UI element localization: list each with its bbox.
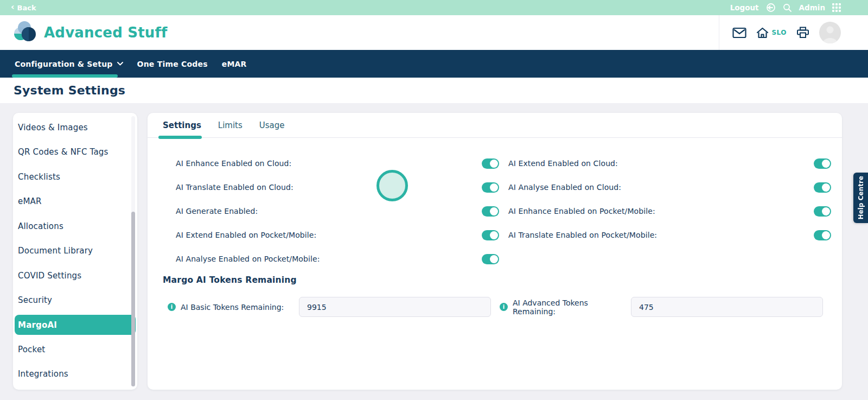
setting-label: AI Translate Enabled on Cloud: bbox=[176, 183, 482, 192]
settings-sidebar: Videos & ImagesQR Codes & NFC TagsCheckl… bbox=[13, 113, 137, 390]
toggle-ai-translate-enabled-on-cloud[interactable] bbox=[482, 182, 499, 193]
nav-item-label: eMAR bbox=[222, 60, 247, 68]
home-icon bbox=[756, 27, 769, 39]
token-label-wrap: iAI Advanced Tokens Remaining: bbox=[500, 299, 631, 316]
toggle-knob bbox=[822, 207, 830, 215]
token-field-group: iAI Basic Tokens Remaining: bbox=[168, 297, 491, 317]
title-band: System Settings bbox=[0, 78, 868, 103]
sidebar-item-covid-settings[interactable]: COVID Settings bbox=[15, 263, 136, 288]
sidebar-scrollbar-thumb[interactable] bbox=[131, 212, 135, 386]
sidebar-item-videos-images[interactable]: Videos & Images bbox=[15, 115, 136, 140]
toggle-ai-translate-enabled-on-pocket-mobile[interactable] bbox=[814, 230, 831, 240]
apps-grid-icon[interactable] bbox=[832, 3, 841, 12]
toggle-knob bbox=[490, 183, 498, 192]
setting-label: AI Analyse Enabled on Cloud: bbox=[508, 183, 814, 192]
toggle-knob bbox=[490, 255, 498, 263]
home-button[interactable]: SLO bbox=[756, 27, 787, 39]
print-icon[interactable] bbox=[796, 27, 809, 39]
nav-item-emar[interactable]: eMAR bbox=[222, 50, 247, 78]
info-icon[interactable]: i bbox=[168, 303, 176, 311]
sidebar-list: Videos & ImagesQR Codes & NFC TagsCheckl… bbox=[13, 113, 137, 386]
nav-item-label: One Time Codes bbox=[137, 60, 208, 68]
page-title: System Settings bbox=[14, 84, 125, 97]
tab-usage[interactable]: Usage bbox=[259, 113, 285, 137]
sidebar-item-document-library[interactable]: Document Library bbox=[15, 239, 136, 264]
topbar: ‹ Back Logout Admin bbox=[0, 0, 868, 15]
setting-label: AI Enhance Enabled on Cloud: bbox=[176, 159, 482, 168]
setting-row: AI Extend Enabled on Pocket/Mobile:AI Tr… bbox=[176, 223, 831, 247]
help-centre-label: Help Centre bbox=[857, 176, 865, 219]
tab-settings[interactable]: Settings bbox=[163, 113, 201, 137]
content-area: Videos & ImagesQR Codes & NFC TagsCheckl… bbox=[0, 103, 868, 400]
sidebar-item-emar[interactable]: eMAR bbox=[15, 189, 136, 214]
setting-row: AI Enhance Enabled on Cloud:AI Extend En… bbox=[176, 151, 831, 175]
toggle-ai-enhance-enabled-on-cloud[interactable] bbox=[482, 158, 499, 169]
toggle-knob bbox=[490, 231, 498, 239]
toggle-knob bbox=[822, 231, 830, 239]
back-chevron-icon: ‹ bbox=[11, 3, 15, 11]
back-button[interactable]: ‹ Back bbox=[11, 4, 36, 12]
header: Advanced Stuff SLO bbox=[0, 15, 868, 50]
sidebar-scrollbar[interactable] bbox=[131, 116, 135, 386]
app-title: Advanced Stuff bbox=[44, 24, 168, 41]
info-icon[interactable]: i bbox=[500, 303, 508, 311]
setting-row: AI Translate Enabled on Cloud:AI Analyse… bbox=[176, 175, 831, 199]
sidebar-item-security[interactable]: Security bbox=[15, 288, 136, 313]
sidebar-item-margoai[interactable]: MargoAI bbox=[15, 315, 136, 335]
help-centre-tab[interactable]: Help Centre bbox=[853, 173, 868, 223]
toggle-ai-extend-enabled-on-pocket-mobile[interactable] bbox=[482, 230, 499, 240]
toggle-knob bbox=[490, 207, 498, 215]
tab-bar: SettingsLimitsUsage bbox=[148, 113, 842, 138]
token-field-group: iAI Advanced Tokens Remaining: bbox=[500, 297, 823, 317]
token-label: AI Basic Tokens Remaining: bbox=[181, 303, 284, 312]
avatar[interactable] bbox=[819, 22, 841, 43]
loading-spinner bbox=[376, 170, 408, 201]
sidebar-item-pocket[interactable]: Pocket bbox=[15, 337, 136, 362]
ai-advanced-tokens-remaining-input[interactable] bbox=[631, 297, 823, 317]
app-logo bbox=[13, 20, 37, 46]
toggle-ai-generate-enabled[interactable] bbox=[482, 206, 499, 217]
chevron-down-icon bbox=[117, 62, 123, 66]
setting-label: AI Generate Enabled: bbox=[176, 207, 482, 215]
setting-row: AI Generate Enabled:AI Enhance Enabled o… bbox=[176, 199, 831, 223]
toggle-ai-extend-enabled-on-cloud[interactable] bbox=[814, 158, 831, 169]
toggle-ai-analyse-enabled-on-pocket-mobile[interactable] bbox=[482, 254, 499, 264]
toggle-ai-analyse-enabled-on-cloud[interactable] bbox=[814, 182, 831, 193]
toggle-rows: AI Enhance Enabled on Cloud:AI Extend En… bbox=[148, 151, 842, 271]
setting-label: AI Extend Enabled on Cloud: bbox=[508, 159, 814, 168]
mail-icon[interactable] bbox=[732, 27, 746, 39]
logout-link[interactable]: Logout bbox=[730, 3, 759, 12]
tab-limits[interactable]: Limits bbox=[218, 113, 242, 137]
header-divider bbox=[719, 15, 719, 50]
back-label: Back bbox=[17, 4, 36, 12]
user-label[interactable]: Admin bbox=[799, 3, 825, 12]
toggle-ai-enhance-enabled-on-pocket-mobile[interactable] bbox=[814, 206, 831, 217]
nav-item-configuration-setup[interactable]: Configuration & Setup bbox=[15, 50, 123, 78]
tokens-heading: Margo AI Tokens Remaining bbox=[163, 275, 842, 285]
settings-panel: SettingsLimitsUsage AI Enhance Enabled o… bbox=[148, 113, 842, 390]
nav-item-one-time-codes[interactable]: One Time Codes bbox=[137, 50, 208, 78]
setting-label: AI Enhance Enabled on Pocket/Mobile: bbox=[508, 207, 814, 215]
sidebar-item-allocations[interactable]: Allocations bbox=[15, 214, 136, 239]
header-right: SLO bbox=[719, 15, 841, 50]
token-label: AI Advanced Tokens Remaining: bbox=[513, 299, 631, 316]
setting-label: AI Translate Enabled on Pocket/Mobile: bbox=[508, 231, 814, 239]
token-label-wrap: iAI Basic Tokens Remaining: bbox=[168, 303, 299, 312]
topbar-right: Logout Admin bbox=[730, 3, 841, 12]
nav-item-label: Configuration & Setup bbox=[15, 60, 113, 68]
search-icon[interactable] bbox=[783, 3, 792, 12]
sidebar-item-qr-codes-nfc-tags[interactable]: QR Codes & NFC Tags bbox=[15, 140, 136, 165]
logout-icon[interactable] bbox=[766, 3, 776, 12]
toggle-knob bbox=[822, 160, 830, 168]
token-fields-row: iAI Basic Tokens Remaining:iAI Advanced … bbox=[148, 297, 842, 317]
setting-row: AI Analyse Enabled on Pocket/Mobile: bbox=[176, 247, 831, 271]
sidebar-item-integrations[interactable]: Integrations bbox=[15, 362, 136, 387]
ai-basic-tokens-remaining-input[interactable] bbox=[299, 297, 491, 317]
toggle-knob bbox=[822, 183, 830, 192]
sidebar-item-checklists[interactable]: Checklists bbox=[15, 164, 136, 189]
setting-label: AI Extend Enabled on Pocket/Mobile: bbox=[176, 231, 482, 239]
brand: Advanced Stuff bbox=[13, 20, 168, 46]
toggle-knob bbox=[490, 160, 498, 168]
setting-label: AI Analyse Enabled on Pocket/Mobile: bbox=[176, 255, 482, 263]
site-label: SLO bbox=[771, 29, 787, 36]
